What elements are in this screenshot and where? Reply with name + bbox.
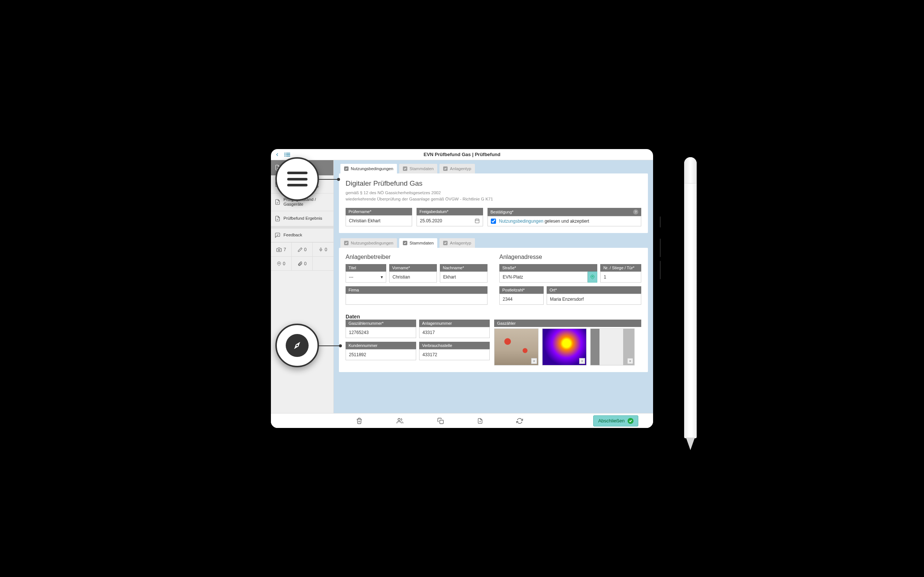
pin-icon: [590, 274, 595, 280]
footer-bar: Abschließen: [271, 413, 653, 428]
photo-thumbnail-1[interactable]: ×: [494, 329, 538, 366]
hamburger-icon: [287, 172, 307, 186]
remove-photo-icon[interactable]: ×: [579, 358, 585, 364]
svg-point-2: [284, 154, 286, 155]
firma-input[interactable]: [345, 294, 487, 305]
check-icon: [403, 166, 407, 171]
nutzungsbedingungen-link[interactable]: Nutzungsbedingungen: [499, 219, 543, 224]
media-pencil[interactable]: 0: [292, 242, 312, 256]
nachname-label: Nachname*: [440, 264, 487, 271]
ort-input[interactable]: Maria Enzersdorf: [546, 294, 641, 305]
trash-button[interactable]: [356, 417, 363, 424]
media-mic[interactable]: 0: [313, 242, 333, 256]
svg-point-8: [279, 263, 280, 264]
camera-icon: [276, 247, 282, 252]
paperclip-icon: [297, 261, 303, 267]
media-camera[interactable]: 7: [271, 242, 292, 256]
vorname-input[interactable]: Christian: [389, 271, 437, 282]
refresh-button[interactable]: [516, 417, 523, 424]
anlagennummer-label: Anlagennummer: [419, 319, 490, 327]
tab-label: Stammdaten: [410, 166, 434, 171]
sidebar-item-feedback[interactable]: Feedback: [271, 229, 333, 242]
strasse-input[interactable]: EVN-Platz: [499, 271, 588, 282]
pin-icon: [277, 261, 281, 267]
titel-select[interactable]: --- ▾: [345, 271, 386, 282]
vorname-label: Vorname*: [389, 264, 437, 271]
media-location[interactable]: 0: [271, 256, 292, 271]
bestaetigung-text: gelesen und akzeptiert: [543, 219, 589, 224]
finish-label: Abschließen: [598, 418, 625, 424]
verbrauchsstelle-input[interactable]: 433172: [419, 349, 490, 360]
bestaetigung-checkbox[interactable]: [491, 219, 496, 224]
freigabedatum-input[interactable]: 25.05.2020: [416, 215, 483, 226]
sidebar-item-label: Feedback: [283, 233, 302, 238]
tab-anlagentyp[interactable]: Anlagentyp: [439, 164, 475, 174]
tab-stammdaten[interactable]: Stammdaten: [399, 164, 437, 174]
freigabedatum-label: Freigabedatum*: [416, 208, 483, 215]
microphone-icon: [318, 247, 323, 253]
pdf-button[interactable]: [477, 417, 483, 425]
tab2-anlagentyp[interactable]: Anlagentyp: [439, 238, 475, 248]
media-count: 0: [325, 247, 327, 252]
remove-photo-icon[interactable]: ×: [627, 358, 633, 364]
photo-thumbnail-3[interactable]: ×: [590, 329, 635, 366]
anlagenbetreiber-title: Anlagenbetreiber: [345, 254, 487, 260]
tab-label: Nutzungsbedingungen: [351, 241, 393, 245]
app-header: EVN Prüfbefund Gas | Prüfbefund: [271, 149, 653, 160]
refresh-icon: [516, 417, 523, 424]
chevron-down-icon: ▾: [381, 274, 383, 280]
remove-photo-icon[interactable]: ×: [531, 358, 537, 364]
nachname-input[interactable]: Ekhart: [440, 271, 487, 282]
tab-nutzungsbedingungen[interactable]: Nutzungsbedingungen: [341, 164, 397, 174]
sidebar-item-label: Prüfbefund Ergebnis: [283, 216, 322, 221]
svg-rect-7: [320, 248, 321, 250]
anlagennummer-input[interactable]: 43317: [419, 327, 490, 338]
anlagenadresse-title: Anlagenadresse: [499, 254, 641, 260]
svg-rect-3: [286, 154, 290, 155]
svg-point-13: [592, 276, 593, 277]
plz-label: Postleitzahl*: [499, 286, 544, 294]
strasse-label: Straße*: [499, 264, 597, 271]
svg-point-16: [398, 418, 400, 421]
gaszaehler-photos-label: Gaszähler: [494, 319, 641, 327]
gaszaehlernummer-input[interactable]: 12765243: [345, 327, 416, 338]
panel-stammdaten: Anlagenbetreiber Titel --- ▾: [339, 248, 648, 372]
sidebar-item-ergebnis[interactable]: Prüfbefund Ergebnis: [271, 211, 333, 226]
menu-icon[interactable]: [275, 152, 280, 157]
tab-label: Stammdaten: [410, 241, 434, 245]
panel-subtitle-1: gemäß § 12 des NÖ Gassicherheitsgesetzes…: [345, 190, 641, 196]
tab-label: Nutzungsbedingungen: [351, 166, 393, 171]
titel-label: Titel: [345, 264, 386, 271]
check-icon: [344, 241, 349, 245]
media-attachment[interactable]: 0: [292, 256, 312, 271]
nr-label: Nr. / Stiege / Tür*: [600, 264, 641, 271]
check-icon: [443, 166, 448, 171]
kundennummer-label: Kundennummer: [345, 342, 416, 349]
photo-thumbnail-2[interactable]: ×: [542, 329, 587, 366]
check-icon: [443, 241, 448, 245]
firma-label: Firma: [345, 286, 487, 294]
tab2-stammdaten[interactable]: Stammdaten: [399, 238, 437, 248]
finish-button[interactable]: Abschließen: [593, 415, 638, 427]
nr-input[interactable]: 1: [600, 271, 641, 282]
media-count: 7: [283, 247, 286, 252]
svg-point-19: [296, 344, 299, 347]
bestaetigung-checkbox-row[interactable]: Nutzungsbedingungen gelesen und akzeptie…: [487, 216, 641, 226]
users-icon: [396, 417, 404, 424]
help-icon[interactable]: ?: [633, 210, 638, 214]
verbrauchsstelle-label: Verbrauchsstelle: [419, 342, 490, 349]
svg-point-6: [278, 249, 280, 251]
copy-button[interactable]: [437, 417, 444, 424]
tab2-nutzungsbedingungen[interactable]: Nutzungsbedingungen: [341, 238, 397, 248]
ort-label: Ort*: [546, 286, 641, 294]
svg-rect-1: [286, 153, 290, 153]
kundennummer-input[interactable]: 2511892: [345, 349, 416, 360]
plz-input[interactable]: 2344: [499, 294, 544, 305]
locate-button[interactable]: [588, 271, 597, 282]
gaszaehlernummer-label: Gaszählernummer*: [345, 319, 416, 327]
list-icon[interactable]: [283, 152, 290, 157]
tab-label: Anlagentyp: [450, 166, 471, 171]
pruefername-input[interactable]: Christian Ekhart: [345, 215, 412, 226]
users-button[interactable]: [396, 417, 404, 424]
pdf-icon: [477, 417, 483, 425]
